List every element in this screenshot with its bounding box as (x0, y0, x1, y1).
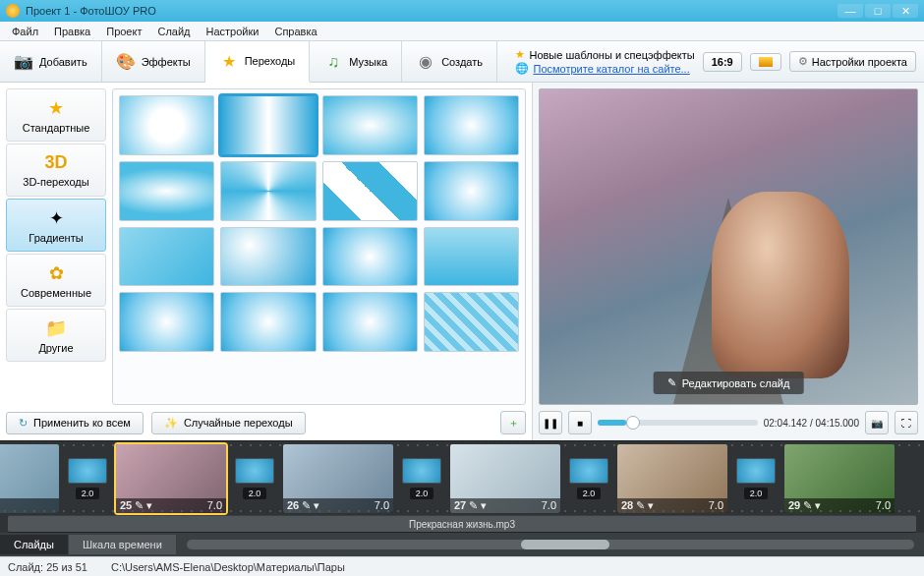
transition-thumb[interactable] (424, 95, 519, 155)
tab-effects-label: Эффекты (142, 56, 191, 68)
scrollbar-thumb[interactable] (521, 540, 609, 549)
tab-music[interactable]: ♫ Музыка (310, 41, 402, 82)
tab-effects[interactable]: 🎨 Эффекты (102, 41, 205, 82)
transition-thumb[interactable] (220, 95, 316, 155)
timeline-scrollbar[interactable] (187, 540, 914, 549)
tab-timeline-mode[interactable]: Шкала времени (69, 535, 176, 554)
timeline-transition[interactable]: 2.0 (232, 444, 277, 513)
timeline-slide[interactable]: 29✎▾7.0 (784, 444, 895, 513)
progress-bar[interactable] (598, 420, 758, 426)
menu-project[interactable]: Проект (98, 24, 149, 39)
pencil-icon: ✎ (135, 499, 144, 512)
timeline-transition[interactable]: 2.0 (65, 444, 110, 513)
timeline-transition[interactable]: 2.0 (566, 444, 611, 513)
puzzle-icon: ✿ (49, 262, 64, 284)
category-3d[interactable]: 3D 3D-переходы (6, 144, 106, 197)
slide-duration: 7.0 (375, 499, 389, 511)
tab-slides-mode[interactable]: Слайды (0, 535, 68, 554)
add-icon: ＋ (508, 416, 519, 431)
progress-knob[interactable] (626, 416, 640, 430)
timeline-transition[interactable]: 2.0 (733, 444, 779, 513)
project-settings-label: Настройки проекта (812, 56, 907, 68)
transition-thumb[interactable] (119, 95, 214, 155)
category-gradients[interactable]: ✦ Градиенты (6, 199, 106, 252)
audio-track[interactable]: Прекрасная жизнь.mp3 (8, 515, 916, 533)
snapshot-button[interactable]: 📷 (865, 411, 889, 434)
random-transitions-button[interactable]: ✨ Случайные переходы (151, 412, 306, 434)
transitions-panel: ★ Стандартные 3D 3D-переходы ✦ Градиенты… (0, 83, 533, 440)
transition-thumb[interactable] (322, 161, 418, 221)
timeline-slide[interactable]: 28✎▾7.0 (617, 444, 727, 513)
aspect-ratio-button[interactable]: 16:9 (703, 52, 742, 72)
edit-slide-label: Редактировать слайд (682, 377, 790, 389)
slide-duration: 7.0 (876, 499, 891, 511)
slide-number: 26 (287, 499, 299, 511)
minimize-button[interactable]: — (837, 4, 863, 18)
category-gradients-label: Градиенты (29, 232, 83, 244)
tab-add[interactable]: 📷 Добавить (0, 41, 102, 82)
promo-link[interactable]: Посмотрите каталог на сайте... (533, 63, 689, 75)
folder-icon: 📁 (45, 317, 67, 339)
transition-thumb[interactable] (322, 227, 418, 287)
category-other[interactable]: 📁 Другие (6, 309, 106, 362)
transition-thumb[interactable] (119, 161, 214, 221)
transition-thumb[interactable] (119, 227, 214, 287)
transition-thumb[interactable] (322, 95, 418, 155)
timeline-slide[interactable]: 25✎▾7.0 (116, 444, 226, 513)
preview-viewport[interactable]: ✎ Редактировать слайд (539, 88, 918, 405)
player-controls: ❚❚ ■ 02:04.142 / 04:15.000 📷 ⛶ (539, 405, 918, 434)
timeline-slide[interactable]: 7.0 (0, 444, 59, 513)
slide-duration: 7.0 (207, 499, 222, 511)
maximize-button[interactable]: □ (865, 4, 891, 18)
filmstrip[interactable]: 7.0 2.0 25✎▾7.0 2.0 26✎▾7.0 2.0 27✎▾7.0 … (0, 441, 924, 515)
preview-content (712, 192, 849, 378)
menu-file[interactable]: Файл (4, 24, 46, 39)
display-mode-button[interactable] (750, 53, 781, 71)
progress-fill (598, 420, 626, 426)
transition-grid[interactable] (112, 88, 526, 405)
transition-thumb[interactable] (119, 292, 214, 352)
project-settings-button[interactable]: ⚙ Настройки проекта (789, 51, 916, 72)
category-3d-label: 3D-переходы (23, 176, 88, 188)
timeline-transition[interactable]: 2.0 (399, 444, 444, 513)
menu-edit[interactable]: Правка (46, 24, 98, 39)
star-small-icon: ★ (515, 48, 525, 61)
fullscreen-button[interactable]: ⛶ (895, 411, 918, 434)
slide-number: 29 (788, 499, 800, 511)
status-bar: Слайд: 25 из 51 C:\Users\AMS-Elena\Deskt… (0, 556, 924, 576)
timeline-mode-tabs: Слайды Шкала времени (0, 533, 924, 556)
transition-duration: 2.0 (243, 488, 267, 499)
menu-settings[interactable]: Настройки (199, 24, 267, 39)
apply-all-label: Применить ко всем (33, 417, 131, 429)
close-button[interactable]: ✕ (893, 4, 918, 18)
promo-line1: Новые шаблоны и спецэффекты (529, 49, 694, 61)
transition-thumb[interactable] (424, 292, 519, 352)
globe-icon: 🌐 (515, 62, 529, 75)
main-tabs: 📷 Добавить 🎨 Эффекты ★ Переходы ♫ Музыка… (0, 41, 924, 83)
timeline-slide[interactable]: 27✎▾7.0 (450, 444, 560, 513)
transition-thumb[interactable] (220, 227, 316, 287)
transition-thumb[interactable] (220, 292, 316, 352)
random-transitions-label: Случайные переходы (184, 417, 293, 429)
transition-thumb[interactable] (424, 161, 519, 221)
transition-thumb[interactable] (220, 161, 316, 221)
category-modern-label: Современные (21, 287, 91, 299)
menu-bar: Файл Правка Проект Слайд Настройки Справ… (0, 22, 924, 41)
tab-create[interactable]: ◉ Создать (402, 41, 497, 82)
add-transition-button[interactable]: ＋ (500, 411, 526, 434)
menu-help[interactable]: Справка (266, 24, 324, 39)
stop-button[interactable]: ■ (568, 411, 592, 434)
tab-music-label: Музыка (349, 56, 387, 68)
transition-thumb[interactable] (322, 292, 418, 352)
timeline-slide[interactable]: 26✎▾7.0 (283, 444, 393, 513)
category-modern[interactable]: ✿ Современные (6, 254, 106, 307)
apply-all-button[interactable]: ↻ Применить ко всем (6, 412, 144, 434)
pause-button[interactable]: ❚❚ (539, 411, 562, 434)
menu-slide[interactable]: Слайд (149, 24, 198, 39)
tab-transitions[interactable]: ★ Переходы (205, 41, 311, 83)
disc-icon: ◉ (416, 52, 435, 72)
edit-slide-button[interactable]: ✎ Редактировать слайд (654, 372, 804, 394)
category-standard[interactable]: ★ Стандартные (6, 88, 106, 142)
transition-thumb[interactable] (424, 227, 519, 287)
transition-duration: 2.0 (577, 488, 602, 499)
